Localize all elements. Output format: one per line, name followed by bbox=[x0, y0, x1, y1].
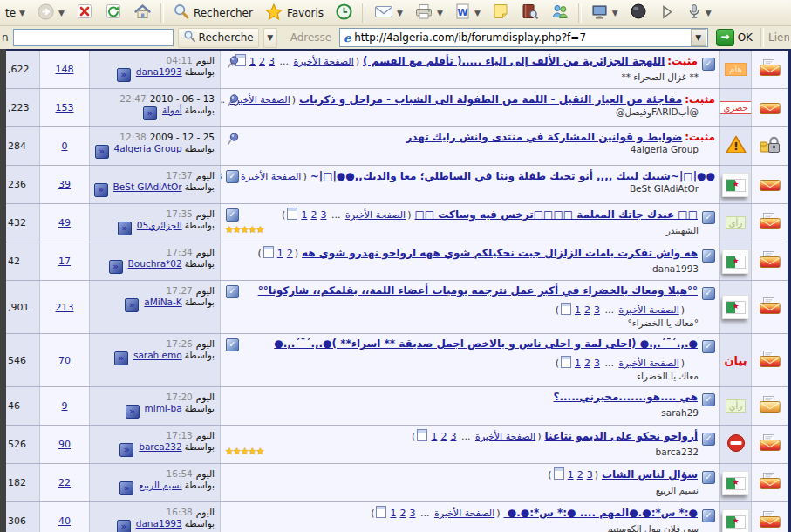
search-dropdown-button[interactable]: ▼ bbox=[263, 28, 277, 48]
page-number-link[interactable]: 2 bbox=[584, 304, 590, 316]
last-page-link[interactable]: الصفحة الأخيرة bbox=[345, 209, 406, 221]
search-button[interactable]: Rechercher bbox=[170, 2, 256, 24]
replies-link[interactable]: 39 bbox=[58, 179, 71, 190]
lastpost-user-link[interactable]: BeSt GlAdiAtOr bbox=[113, 181, 182, 192]
goto-lastpost-icon[interactable]: « bbox=[118, 222, 132, 235]
last-page-link[interactable]: الصفحة الأخيرة bbox=[475, 431, 535, 442]
last-page-link[interactable]: الصفحة الأخيرة bbox=[293, 56, 353, 67]
lastpost-user-link[interactable]: aMiNa-K bbox=[144, 297, 181, 307]
goto-lastpost-icon[interactable]: « bbox=[143, 106, 157, 120]
messenger-button[interactable] bbox=[548, 2, 572, 24]
page-number-link[interactable]: 1 bbox=[568, 469, 574, 481]
goto-lastpost-icon[interactable]: « bbox=[119, 443, 133, 457]
note-button[interactable] bbox=[489, 2, 512, 24]
cursor-button[interactable] bbox=[656, 2, 678, 24]
home-button[interactable] bbox=[131, 2, 154, 24]
page-number-link[interactable]: 1 bbox=[431, 431, 437, 442]
refresh-button[interactable] bbox=[102, 2, 125, 24]
page-number-link[interactable]: 1 bbox=[301, 209, 307, 221]
goto-lastpost-icon[interactable]: « bbox=[125, 298, 139, 312]
page-number-link[interactable]: 2 bbox=[310, 209, 317, 221]
sphere-button[interactable] bbox=[627, 2, 650, 24]
thread-title-link[interactable]: هه واش تفكرت يامات الزلزال جيت نحكيلكم ش… bbox=[302, 247, 698, 259]
thread-title-link[interactable]: ●.,.´¯´.,.● (احلى لمة و احلى ناس و بالاخ… bbox=[274, 338, 698, 350]
page-number-link[interactable]: 2 bbox=[577, 469, 583, 481]
replies-link[interactable]: 9 bbox=[62, 400, 68, 412]
address-dropdown-button[interactable]: ▼ bbox=[691, 29, 706, 46]
page-number-link[interactable]: 2 bbox=[584, 358, 590, 369]
stop-button[interactable] bbox=[73, 2, 96, 24]
page-number-link[interactable]: 2 bbox=[399, 508, 406, 519]
thread-title-link[interactable]: °°هيلا ومعاك يالخضراء في أكبر عمل نترجمه… bbox=[258, 284, 698, 297]
page-number-link[interactable]: 1 bbox=[575, 304, 581, 316]
goto-lastpost-icon[interactable]: « bbox=[119, 481, 133, 495]
thread-title-link[interactable]: أرواحو نحكو على الديمو نتاعنا bbox=[544, 430, 698, 442]
thread-title-link[interactable]: ضوابط و قوانين المشاركة في منتدى وانش را… bbox=[406, 131, 682, 143]
replies-link[interactable]: 40 bbox=[58, 515, 71, 527]
lastpost-user-link[interactable]: أمولة bbox=[162, 105, 182, 115]
thread-title-link[interactable]: ●:* س*:●.●المهم .... ●:* س*:●.● bbox=[504, 507, 698, 519]
toolbar-search-input[interactable] bbox=[13, 29, 174, 46]
replies-link[interactable]: 148 bbox=[56, 64, 74, 75]
page-number-link[interactable]: 3 bbox=[587, 469, 593, 481]
thread-title-link[interactable]: سؤال لناس الشات bbox=[602, 468, 698, 481]
page-number-link[interactable]: 3 bbox=[450, 431, 456, 442]
lastpost-user-link[interactable]: mimi-ba bbox=[145, 403, 182, 413]
goto-lastpost-icon[interactable]: « bbox=[114, 351, 128, 365]
replies-link[interactable]: 90 bbox=[58, 439, 71, 450]
replies-link[interactable]: 49 bbox=[58, 217, 71, 228]
last-page-link[interactable]: الصفحة الأخيرة bbox=[241, 171, 301, 182]
back-button[interactable]: te▼ bbox=[3, 2, 28, 24]
page-number-link[interactable]: 2 bbox=[287, 248, 293, 259]
page-number-link[interactable]: 3 bbox=[221, 171, 222, 182]
replies-link[interactable]: 70 bbox=[58, 355, 71, 366]
goto-lastpost-icon[interactable]: « bbox=[117, 68, 131, 82]
mail-button[interactable]: ▼ bbox=[372, 2, 406, 24]
address-field[interactable]: e http://4algeria.com/ib/forumdisplay.ph… bbox=[339, 28, 707, 47]
lastpost-user-link[interactable]: barca232 bbox=[139, 441, 181, 452]
goto-lastpost-icon[interactable]: « bbox=[117, 520, 131, 532]
page-number-link[interactable]: 3 bbox=[594, 304, 600, 316]
screen-button[interactable]: ▼ bbox=[588, 2, 621, 24]
page-number-link[interactable]: 3 bbox=[594, 358, 600, 369]
lastpost-user-link[interactable]: الجزائري05 bbox=[137, 220, 182, 230]
thread-title-link[interactable]: مفاجئة من العيار الثقيل - اللمة من الطفو… bbox=[299, 93, 682, 106]
print-button[interactable]: ▼ bbox=[412, 2, 446, 24]
page-number-link[interactable]: 3 bbox=[269, 56, 275, 67]
lastpost-user-link[interactable]: Bouchra*02 bbox=[128, 258, 182, 269]
lastpost-user-link[interactable]: dana1993 bbox=[136, 518, 182, 529]
forward-button[interactable]: ▼ bbox=[34, 2, 67, 24]
replies-link[interactable]: 0 bbox=[62, 140, 68, 152]
page-number-link[interactable]: 1 bbox=[249, 56, 256, 67]
last-page-link[interactable]: الصفحة الأخيرة bbox=[618, 304, 678, 316]
thread-title-link[interactable]: ●●|□|~شبيك لبيك ,,,, أنو تجيك طفلة ونتا … bbox=[310, 170, 715, 182]
page-number-link[interactable]: 1 bbox=[277, 248, 283, 259]
thread-title-link[interactable]: هي ....هو.......محيرني.....؟ bbox=[554, 391, 698, 403]
page-number-link[interactable]: 2 bbox=[440, 431, 447, 442]
goto-lastpost-icon[interactable]: « bbox=[95, 145, 109, 159]
replies-link[interactable]: 22 bbox=[58, 477, 71, 488]
address-url[interactable]: http://4algeria.com/ib/forumdisplay.php?… bbox=[354, 31, 689, 44]
edit-word-button[interactable]: W▼ bbox=[452, 2, 483, 24]
search-go-button[interactable]: Recherche bbox=[178, 28, 259, 48]
thread-title-link[interactable]: □□ عندك جاتك المعلمة □□□□ترخس فيه وساكت … bbox=[414, 208, 698, 221]
favorites-button[interactable]: Favoris bbox=[262, 2, 326, 24]
page-number-link[interactable]: 2 bbox=[259, 56, 265, 67]
goto-lastpost-icon[interactable]: « bbox=[126, 405, 140, 419]
page-number-link[interactable]: 1 bbox=[390, 508, 396, 519]
thread-title-link[interactable]: اللهجة الجزائرية من الألف إلى الياء ....… bbox=[363, 55, 665, 67]
replies-link[interactable]: 17 bbox=[58, 256, 71, 267]
last-page-link[interactable]: الصفحة الأخيرة bbox=[618, 358, 678, 369]
research-button[interactable] bbox=[518, 2, 542, 24]
lastpost-user-link[interactable]: sarah emo bbox=[133, 350, 182, 360]
page-number-link[interactable]: 3 bbox=[320, 209, 326, 221]
goto-lastpost-icon[interactable]: « bbox=[109, 260, 123, 274]
lastpost-user-link[interactable]: dana1993 bbox=[136, 66, 182, 77]
replies-link[interactable]: 213 bbox=[56, 302, 74, 313]
page-number-link[interactable]: 3 bbox=[409, 508, 415, 519]
lastpost-user-link[interactable]: 4algeria Group bbox=[114, 143, 182, 153]
page-number-link[interactable]: 1 bbox=[575, 358, 581, 369]
goto-lastpost-icon[interactable]: « bbox=[94, 183, 108, 197]
replies-link[interactable]: 153 bbox=[56, 102, 74, 113]
last-page-link[interactable]: الصفحة الأخيرة bbox=[434, 508, 494, 519]
